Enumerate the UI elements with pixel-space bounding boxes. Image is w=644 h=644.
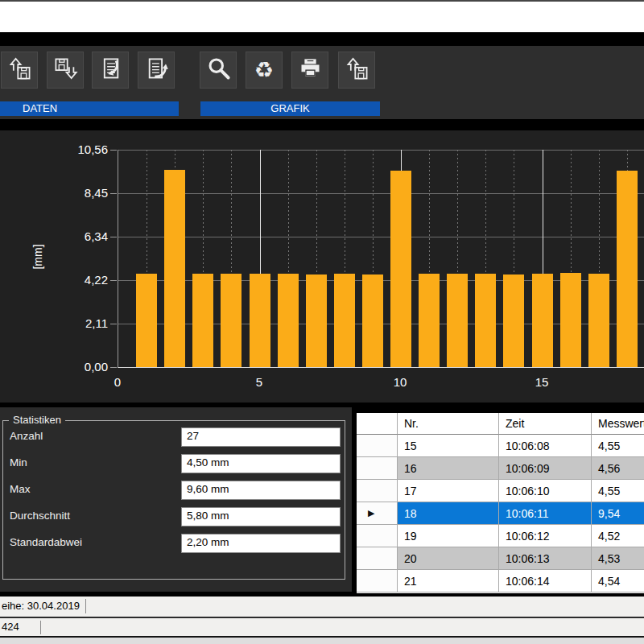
stat-value-anzahl[interactable]: 27 bbox=[181, 427, 341, 447]
stat-label-anzahl: Anzahl bbox=[10, 430, 43, 442]
table-row[interactable]: 2010:06:134,53 bbox=[357, 547, 644, 570]
statistics-group-title: Statistiken bbox=[9, 414, 65, 426]
row-selector-cell[interactable] bbox=[357, 457, 398, 480]
stat-value-min[interactable]: 4,50 mm bbox=[181, 454, 341, 473]
messwert-cell[interactable]: 4,53 bbox=[592, 547, 644, 570]
column-header-zeit[interactable]: Zeit bbox=[499, 413, 592, 435]
bar bbox=[164, 170, 185, 367]
refresh-button[interactable]: ♻ bbox=[246, 52, 283, 89]
stat-value-durchschnitt[interactable]: 5,80 mm bbox=[181, 507, 341, 526]
bar bbox=[306, 275, 327, 367]
zeit-cell[interactable]: 10:06:12 bbox=[499, 525, 592, 547]
bar bbox=[221, 274, 242, 367]
row-selector-cell[interactable] bbox=[357, 435, 398, 457]
bar bbox=[532, 274, 553, 367]
doc-arrow-out-icon bbox=[143, 56, 170, 85]
stat-value-max[interactable]: 9,60 mm bbox=[181, 481, 341, 500]
bar bbox=[250, 274, 270, 367]
save-data-button[interactable] bbox=[47, 52, 84, 89]
table-header-row: Nr.ZeitMesswert bbox=[357, 413, 644, 435]
separator-band bbox=[0, 119, 644, 130]
table-row[interactable]: 1710:06:104,55 bbox=[357, 480, 644, 502]
y-axis-tick bbox=[110, 237, 117, 237]
x-tick-label: 5 bbox=[242, 375, 277, 389]
print-button[interactable] bbox=[291, 52, 328, 89]
nr-cell[interactable]: 15 bbox=[398, 435, 499, 457]
stat-label-min: Min bbox=[10, 456, 27, 469]
toolbar-group-label-grafik: GRAFIK bbox=[200, 101, 380, 116]
export-data-button[interactable] bbox=[138, 52, 175, 89]
window-bottom-edge bbox=[0, 638, 644, 644]
y-tick-label: 8,45 bbox=[56, 186, 108, 200]
statistics-panel: Statistiken Anzahl27Min4,50 mmMax9,60 mm… bbox=[0, 407, 352, 592]
table-row[interactable]: 1910:06:124,52 bbox=[357, 525, 644, 547]
y-axis-tick bbox=[110, 150, 117, 151]
messwert-cell[interactable]: 9,54 bbox=[592, 502, 644, 525]
zeit-cell[interactable]: 10:06:08 bbox=[499, 435, 592, 457]
toolbar: DATEN♻GRAFIK bbox=[0, 46, 644, 119]
nr-cell[interactable]: 20 bbox=[398, 547, 499, 570]
stat-label-durchschnitt: Durchschnitt bbox=[10, 510, 70, 522]
device-id-text: 424 bbox=[2, 621, 19, 633]
bar bbox=[192, 274, 213, 367]
stat-label-standardabwei: Standardabwei bbox=[10, 536, 82, 548]
floppy-up-icon bbox=[344, 56, 370, 85]
status-bar-1: eihe: 30.04.2019 bbox=[0, 597, 644, 617]
nr-cell[interactable]: 17 bbox=[398, 480, 499, 502]
status-separator bbox=[85, 599, 86, 613]
bar bbox=[588, 274, 609, 367]
messwert-cell[interactable]: 4,56 bbox=[592, 457, 644, 480]
stat-label-max: Max bbox=[10, 483, 31, 495]
row-selector-cell[interactable] bbox=[357, 547, 398, 570]
zeit-cell[interactable]: 10:06:09 bbox=[499, 457, 592, 480]
nr-cell[interactable]: 16 bbox=[398, 457, 499, 480]
table-row[interactable]: 1610:06:094,56 bbox=[357, 457, 644, 480]
messwert-cell[interactable]: 4,54 bbox=[592, 570, 644, 592]
zeit-cell[interactable]: 10:06:11 bbox=[499, 502, 592, 525]
import-data-button[interactable] bbox=[92, 52, 129, 89]
column-header-messwert[interactable]: Messwert bbox=[592, 413, 644, 435]
zeit-cell[interactable]: 10:06:10 bbox=[499, 480, 592, 502]
zeit-cell[interactable]: 10:06:13 bbox=[499, 547, 592, 570]
nr-cell[interactable]: 19 bbox=[398, 525, 499, 547]
messwert-cell[interactable]: 4,52 bbox=[592, 525, 644, 547]
bar bbox=[362, 275, 383, 367]
y-axis-tick bbox=[110, 324, 117, 324]
bar bbox=[475, 274, 496, 367]
row-selector-cell[interactable] bbox=[357, 525, 398, 547]
x-tick-label: 0 bbox=[100, 375, 135, 389]
table-row[interactable]: ▶1810:06:119,54 bbox=[357, 502, 644, 525]
nr-cell[interactable]: 18 bbox=[398, 502, 499, 525]
gridline-horizontal bbox=[118, 150, 644, 151]
recycle-icon: ♻ bbox=[254, 60, 274, 81]
y-tick-label: 2,11 bbox=[56, 316, 108, 330]
status-bar-2: 424 bbox=[0, 618, 644, 636]
doc-arrow-in-icon bbox=[97, 56, 124, 85]
current-row-arrow-icon: ▶ bbox=[368, 508, 374, 518]
table-row[interactable]: 1510:06:084,55 bbox=[357, 435, 644, 457]
measurement-table: Nr.ZeitMesswert1510:06:084,551610:06:094… bbox=[357, 413, 644, 593]
y-tick-label: 6,34 bbox=[56, 229, 108, 243]
stat-value-standardabwei[interactable]: 2,20 mm bbox=[181, 534, 341, 553]
row-selector-cell[interactable]: ▶ bbox=[357, 502, 398, 525]
floppy-down-icon bbox=[52, 56, 79, 85]
bar bbox=[617, 171, 638, 367]
x-tick-label: 10 bbox=[382, 375, 418, 389]
row-selector-cell[interactable] bbox=[357, 570, 398, 592]
bar bbox=[278, 274, 299, 367]
nr-cell[interactable]: 21 bbox=[398, 570, 499, 592]
separator-band bbox=[0, 32, 644, 46]
zoom-button[interactable] bbox=[200, 52, 237, 89]
messwert-cell[interactable]: 4,55 bbox=[592, 435, 644, 457]
bar bbox=[447, 274, 468, 367]
row-selector-header bbox=[357, 413, 398, 435]
gridline-horizontal bbox=[118, 193, 644, 194]
load-data-button[interactable] bbox=[1, 52, 38, 89]
row-selector-cell[interactable] bbox=[357, 480, 398, 502]
save-graphic-button[interactable] bbox=[338, 52, 375, 89]
messwert-cell[interactable]: 4,55 bbox=[592, 480, 644, 502]
table-row[interactable]: 2110:06:144,54 bbox=[357, 570, 644, 592]
zeit-cell[interactable]: 10:06:14 bbox=[499, 570, 592, 592]
bottom-section: Statistiken Anzahl27Min4,50 mmMax9,60 mm… bbox=[0, 402, 644, 593]
column-header-nr[interactable]: Nr. bbox=[398, 413, 499, 435]
